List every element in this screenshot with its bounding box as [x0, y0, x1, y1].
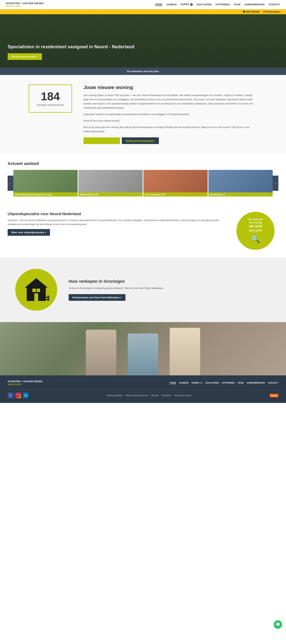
team-person-3: [170, 328, 200, 375]
counter-number: 184: [37, 91, 64, 102]
aanbod-section: Actueel aanbod ‹ Wenckebachlaan Garagebo…: [0, 154, 286, 204]
footer-logo: SCHOUTEN + VAN DER GIEZEN MAKELAARS: [8, 380, 42, 386]
btn-huur[interactable]: Bekijk het huuraanbod +: [83, 137, 120, 144]
footer-logo-sub: MAKELAARS: [8, 383, 42, 386]
footer-top: SCHOUTEN + VAN DER GIEZEN MAKELAARS HOME…: [8, 380, 278, 386]
linkedin-icon[interactable]: in: [23, 392, 29, 398]
hero-content: Specialisten in residentieel vastgoed in…: [8, 44, 134, 60]
new-home-text: Jouw nieuwe woning Een woning kopen of h…: [83, 84, 257, 144]
footer-nav-uitponden[interactable]: UITPONDEN: [222, 382, 235, 384]
tagline-text: De makelaars met een plus: [127, 70, 159, 73]
footer-nav-huis-kopen[interactable]: HUIS KOPEN: [205, 382, 219, 384]
nav-huren[interactable]: HUREN i: [181, 3, 193, 6]
svg-rect-5: [45, 299, 50, 300]
svg-rect-1: [32, 288, 36, 292]
new-home-body4: Ben je op zoek naar een woning die past …: [83, 125, 257, 134]
svg-marker-0: [25, 278, 48, 301]
uitpond-graphic: Op zoek naar de woning die écht bij je p…: [236, 212, 278, 250]
footer-bottom: f 📷 in Privacyverklaring Wijzig cookievo…: [8, 390, 278, 398]
counter-box: 184 Woningen verkocht dit jaar: [29, 84, 72, 113]
uitpond-title: Uitpondspecialist voor Noord-Nederland: [8, 212, 229, 216]
footer-logo-text: SCHOUTEN + VAN DER GIEZEN: [8, 380, 42, 383]
new-home-body1: Een woning kopen of huren? Bij Schouten …: [83, 93, 257, 110]
search-house-icon: 🔍: [251, 234, 260, 244]
house-svg: [23, 276, 50, 303]
footer-nav-team[interactable]: TEAM: [238, 382, 244, 384]
uitpond-body: Schouten + Van der Giezen Makelaars is g…: [8, 218, 229, 226]
uitpond-text: Uitpondspecialist voor Noord-Nederland S…: [8, 212, 229, 236]
bubble-line3: die écht: [248, 224, 263, 228]
footer-links: Privacyverklaring Wijzig cookievoorkeure…: [107, 394, 192, 396]
nav-team[interactable]: TEAM: [234, 3, 240, 6]
house-sell-body: Je huis in Groningen of omgeving goed ve…: [69, 286, 164, 290]
footer-link-privacy[interactable]: Privacyverklaring: [107, 394, 123, 396]
footer-link-sitemap[interactable]: Sitemap: [151, 394, 159, 396]
footer-nav: HOME AANBOD HUREN i HUIS KOPEN UITPONDEN…: [170, 382, 278, 384]
list-item: Van Lenneplaan 123: [144, 170, 208, 196]
funda-badge-area: funda: [270, 394, 278, 397]
footer-nav-samenwerking[interactable]: SAMENWERKING: [246, 382, 265, 384]
property-label: Van Lenneplaan 123: [144, 192, 208, 196]
property-label: Multatulistraat 122: [78, 192, 142, 196]
nav-aanbod[interactable]: AANBOD: [166, 3, 177, 6]
facebook-icon[interactable]: f: [8, 392, 13, 398]
carousel-prev-button[interactable]: ‹: [8, 176, 13, 191]
logo: SCHOUTEN + VAN DER GIEZEN MAKELAARS: [6, 2, 43, 7]
uitpond-btn[interactable]: Meer over uitpondprojecten +: [8, 229, 50, 236]
email-address[interactable]: ✉ info@svdg.nl: [263, 10, 280, 13]
header: SCHOUTEN + VAN DER GIEZEN MAKELAARS HOME…: [0, 0, 286, 9]
logo-sub: MAKELAARS: [6, 5, 43, 7]
house-sell-btn[interactable]: Kennismaken met Sam Farès Makelaars +: [69, 294, 125, 301]
footer-nav-home[interactable]: HOME: [170, 382, 176, 384]
funda-badge: funda: [270, 394, 278, 397]
footer-link-cookies[interactable]: Wijzig cookievoorkeuren: [125, 394, 148, 396]
hero-title: Specialisten in residentieel vastgoed in…: [8, 44, 134, 50]
social-icons: f 📷 in: [8, 392, 29, 398]
footer-nav-contact[interactable]: CONTACT: [268, 382, 278, 384]
nav-uitponden[interactable]: UITPONDEN: [215, 3, 230, 6]
list-item: Planetenlaan 3: [208, 170, 273, 196]
house-sell-title: Huis verkopen in Groningen: [69, 279, 164, 284]
bubble-line2: de woning: [248, 221, 263, 224]
nav-samenwerking[interactable]: SAMENWERKING: [244, 3, 265, 6]
aanbod-title: Actueel aanbod: [8, 161, 278, 166]
search-bubble: Op zoek naar de woning die écht bij je p…: [236, 212, 274, 250]
footer-nav-huren[interactable]: HUREN i: [191, 382, 203, 384]
btn-group: Bekijk het huuraanbod + Bekijk het koopa…: [83, 137, 257, 144]
footer-nav-aanbod[interactable]: AANBOD: [179, 382, 189, 384]
new-home-inner: 184 Woningen verkocht dit jaar Jouw nieu…: [29, 84, 257, 144]
logo-text: SCHOUTEN + VAN DER GIEZEN: [6, 2, 43, 5]
house-icon-area: [15, 269, 57, 311]
house-sell-text: Huis verkopen in Groningen Je huis in Gr…: [69, 279, 164, 301]
counter-label: Woningen verkocht dit jaar: [37, 104, 64, 106]
list-item: Wenckebachlaan Garagebox 3 0 ong: [13, 170, 78, 196]
hero-cta-button[interactable]: Zet ons aan het werk +: [8, 53, 42, 60]
huren-info-icon: i: [190, 3, 193, 6]
svg-rect-2: [37, 288, 40, 292]
nav-huis-kopen[interactable]: HUIS KOPEN: [197, 3, 212, 6]
top-bar: ☎ 050-3180309 ✉ info@svdg.nl: [0, 9, 286, 14]
new-home-section: 184 Woningen verkocht dit jaar Jouw nieu…: [0, 75, 286, 154]
list-item: Multatulistraat 122: [78, 170, 142, 196]
bubble-line4: bij je past!: [248, 229, 263, 232]
footer-link-disclaimer[interactable]: Disclaimer: [162, 394, 171, 396]
btn-koop[interactable]: Bekijk het koopaanbod +: [122, 137, 159, 144]
footer-huren-info-icon: i: [200, 382, 203, 384]
footer-link-disclaimer-verhuur[interactable]: Disclaimer verhuur: [174, 394, 192, 396]
instagram-icon[interactable]: 📷: [15, 392, 21, 398]
hero-section: Specialisten in residentieel vastgoed in…: [0, 14, 286, 68]
bubble-line1: Op zoek naar: [248, 218, 263, 221]
uitpond-section: Uitpondspecialist voor Noord-Nederland S…: [0, 204, 286, 258]
svg-rect-3: [48, 295, 49, 301]
house-icon: [23, 276, 50, 304]
carousel-next-button[interactable]: ›: [273, 176, 278, 191]
main-nav: HOME AANBOD HUREN i HUIS KOPEN UITPONDEN…: [155, 3, 280, 6]
svg-rect-4: [46, 297, 50, 298]
nav-contact[interactable]: CONTACT: [269, 3, 280, 6]
team-photo: [0, 322, 286, 375]
carousel-items: Wenckebachlaan Garagebox 3 0 ong Multatu…: [13, 170, 273, 196]
property-label: Wenckebachlaan Garagebox 3 0 ong: [13, 192, 78, 196]
phone-number[interactable]: ☎ 050-3180309: [242, 10, 259, 13]
new-home-title: Jouw nieuwe woning: [83, 84, 257, 90]
nav-home[interactable]: HOME: [155, 3, 163, 6]
